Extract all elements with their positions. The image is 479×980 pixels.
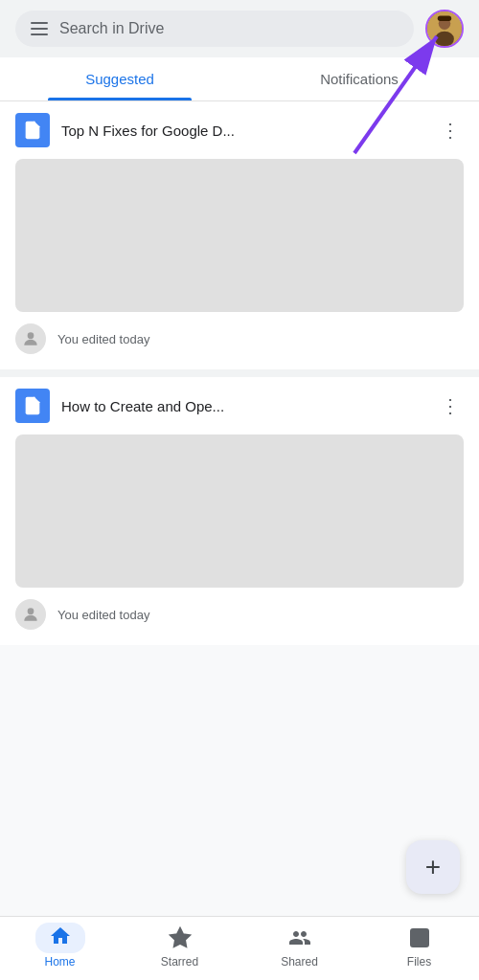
- file-preview-2: [15, 434, 464, 588]
- svg-point-4: [435, 32, 454, 47]
- file-header-1: Top N Fixes for Google D... ⋮: [15, 113, 464, 147]
- svg-rect-15: [411, 929, 428, 947]
- search-bar[interactable]: Search in Drive: [15, 11, 414, 47]
- nav-label-files: Files: [407, 955, 431, 969]
- svg-rect-5: [438, 16, 451, 21]
- file-preview-1: [15, 159, 464, 312]
- doc-icon-1: [15, 113, 50, 147]
- doc-icon-2: [15, 389, 50, 423]
- search-placeholder: Search in Drive: [59, 20, 164, 37]
- file-name-1: Top N Fixes for Google D...: [61, 122, 425, 139]
- file-card-1[interactable]: Top N Fixes for Google D... ⋮ You edited…: [0, 101, 479, 369]
- menu-icon[interactable]: [31, 22, 48, 35]
- avatar[interactable]: [425, 10, 464, 48]
- nav-item-starred[interactable]: Starred: [120, 924, 240, 969]
- shared-icon: [286, 924, 313, 951]
- tabs-container: Suggested Notifications: [0, 57, 479, 101]
- avatar-image: [427, 11, 462, 46]
- more-options-1[interactable]: ⋮: [437, 115, 464, 145]
- nav-label-shared: Shared: [281, 955, 318, 969]
- nav-label-home: Home: [44, 955, 75, 969]
- file-meta-1: You edited today: [15, 323, 464, 354]
- nav-item-home[interactable]: Home: [0, 924, 120, 969]
- tab-suggested[interactable]: Suggested: [0, 57, 240, 100]
- fab-plus-icon: +: [425, 854, 441, 880]
- user-avatar-1: [15, 323, 46, 354]
- home-icon: [47, 924, 74, 951]
- content-area: Top N Fixes for Google D... ⋮ You edited…: [0, 101, 479, 645]
- svg-point-13: [28, 608, 34, 614]
- file-card-2[interactable]: How to Create and Ope... ⋮ You edited to…: [0, 377, 479, 645]
- nav-item-shared[interactable]: Shared: [240, 924, 359, 969]
- tab-notifications[interactable]: Notifications: [240, 57, 479, 100]
- svg-point-9: [28, 332, 34, 339]
- fab-button[interactable]: +: [406, 840, 460, 894]
- star-icon: [167, 924, 194, 951]
- nav-label-starred: Starred: [161, 955, 198, 969]
- file-header-2: How to Create and Ope... ⋮: [15, 389, 464, 423]
- file-meta-2: You edited today: [15, 599, 464, 630]
- file-name-2: How to Create and Ope...: [61, 398, 425, 414]
- nav-item-files[interactable]: Files: [359, 924, 479, 969]
- svg-marker-14: [171, 928, 190, 947]
- more-options-2[interactable]: ⋮: [437, 390, 464, 421]
- files-icon: [406, 924, 433, 951]
- bottom-nav: Home Starred Shared Files: [0, 916, 479, 980]
- user-avatar-2: [15, 599, 46, 630]
- header: Search in Drive: [0, 0, 479, 57]
- file-edited-2: You edited today: [57, 608, 149, 622]
- file-edited-1: You edited today: [57, 332, 149, 346]
